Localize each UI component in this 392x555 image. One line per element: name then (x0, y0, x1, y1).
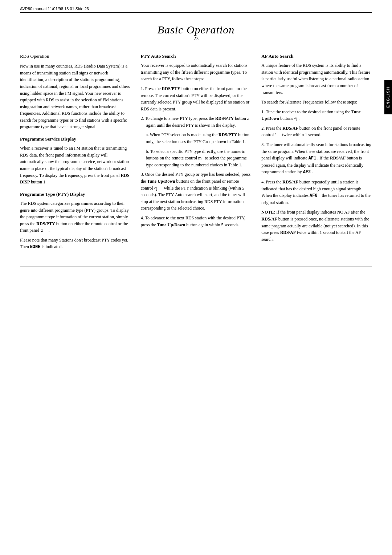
af-auto-search-section: AF Auto Search A unique feature of the R… (261, 53, 372, 243)
pty-auto-search-title: PTY Auto Search (141, 53, 252, 60)
programme-type-body: The RDS system categorizes programmes ac… (20, 200, 131, 251)
programme-type-section: Programme Type (PTY) Display The RDS sys… (20, 191, 131, 251)
pty-auto-search-body: Your receiver is equipped to automatical… (141, 62, 252, 228)
programme-type-title: Programme Type (PTY) Display (20, 191, 131, 198)
column-1: RDS Operation Now in use in many countri… (20, 53, 136, 256)
bottom-rule (20, 267, 372, 267)
content-area: RDS Operation Now in use in many countri… (0, 53, 392, 256)
page-title-area: Basic Operation 23 (0, 24, 392, 42)
english-tab: ENGLISH (384, 80, 392, 114)
column-3: AF Auto Search A unique feature of the R… (256, 53, 372, 256)
header-bar: AVR80 manual 11/01/98 13:01 Side 23 (0, 0, 392, 11)
top-rule (20, 12, 372, 13)
af-auto-search-title: AF Auto Search (261, 53, 372, 60)
af-auto-search-body: A unique feature of the RDS system is it… (261, 62, 372, 243)
header-text: AVR80 manual 11/01/98 13:01 Side 23 (20, 7, 89, 11)
rds-operation-section: RDS Operation Now in use in many countri… (20, 53, 131, 130)
page-number: 23 (0, 36, 392, 42)
page-title: Basic Operation (0, 24, 392, 36)
programme-service-title: Programme Service Display (20, 135, 131, 143)
programme-service-section: Programme Service Display When a receive… (20, 135, 131, 186)
column-2: PTY Auto Search Your receiver is equippe… (136, 53, 257, 256)
pty-auto-search-section: PTY Auto Search Your receiver is equippe… (141, 53, 252, 228)
programme-service-body: When a receiver is tuned to an FM statio… (20, 145, 131, 186)
page-container: AVR80 manual 11/01/98 13:01 Side 23 ENGL… (0, 0, 392, 555)
rds-operation-body: Now in use in many countries, RDS (Radio… (20, 63, 131, 130)
rds-operation-title: RDS Operation (20, 53, 131, 60)
